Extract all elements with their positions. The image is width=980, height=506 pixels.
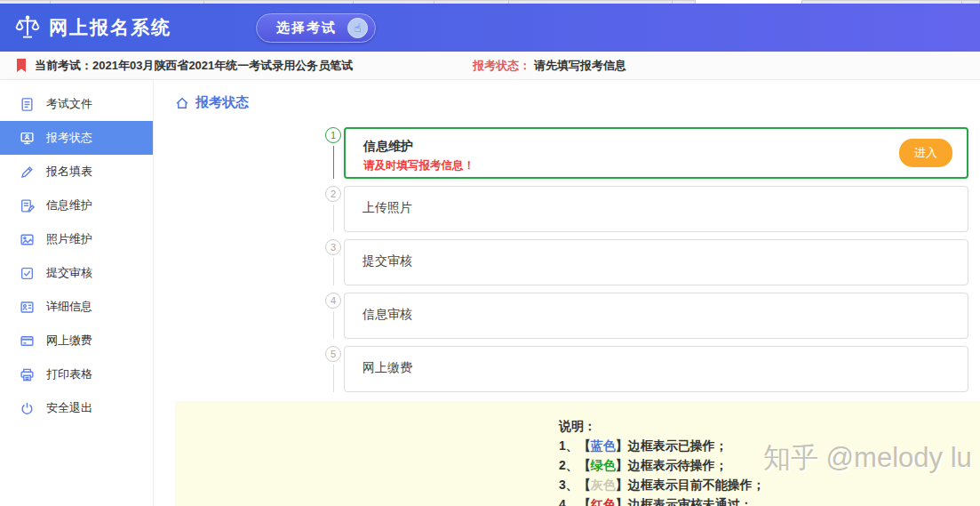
detail-info-icon — [20, 300, 35, 315]
tab-segment — [509, 0, 673, 4]
sidebar-item-detail-info[interactable]: 详细信息 — [0, 290, 153, 324]
step-marker: 2 — [323, 186, 344, 232]
sidebar-item-label: 信息维护 — [46, 197, 92, 213]
legend-line-green: 2、【绿色】边框表示待操作； — [559, 455, 980, 475]
sidebar-item-exam-files[interactable]: 考试文件 — [0, 87, 153, 121]
browser-tab-strip — [0, 0, 980, 4]
step-number: 2 — [325, 186, 341, 202]
tab-segment — [354, 0, 434, 4]
step-row-submit-review: 3 提交审核 — [323, 239, 980, 285]
step-card-online-pay: 网上缴费 — [344, 346, 968, 392]
exam-status-icon — [20, 131, 35, 146]
sidebar-item-label: 详细信息 — [46, 299, 92, 315]
step-title: 提交审核 — [363, 253, 412, 268]
step-card-upload-photo: 上传照片 — [344, 186, 968, 232]
scales-logo-icon — [14, 14, 41, 41]
main-content: 报考状态 1 信息维护 请及时填写报考信息！ 进入 2 — [154, 80, 980, 506]
step-number: 5 — [325, 346, 341, 362]
sidebar-item-label: 打印表格 — [46, 366, 92, 382]
current-exam-label: 当前考试： — [35, 58, 92, 74]
sidebar-item-photo-maintain[interactable]: 照片维护 — [0, 222, 153, 256]
legend-line-red: 4、【红色】边框表示审核未通过； — [559, 494, 980, 506]
step-marker: 5 — [323, 346, 344, 392]
page-title: 报考状态 — [175, 94, 980, 111]
submit-review-icon — [20, 266, 35, 281]
sidebar-item-online-pay[interactable]: 网上缴费 — [0, 324, 153, 357]
tab-segment — [204, 0, 354, 4]
step-card-info-maintain: 信息维护 请及时填写报考信息！ 进入 — [344, 127, 968, 179]
step-number: 1 — [325, 127, 341, 143]
step-title: 网上缴费 — [363, 360, 412, 374]
choose-exam-label: 选择考试 — [276, 20, 337, 36]
sidebar-item-label: 考试文件 — [46, 96, 92, 112]
step-connector — [333, 311, 334, 339]
tab-segment — [802, 0, 962, 4]
current-exam-value: 2021年03月陕西省2021年统一考试录用公务员笔试 — [92, 58, 353, 74]
app-title: 网上报名系统 — [49, 15, 171, 40]
tab-segment-active — [696, 0, 802, 4]
legend-word-blue: 蓝色 — [591, 438, 616, 453]
bookmark-icon — [16, 59, 27, 72]
step-subtitle: 请及时填写报考信息！ — [363, 158, 967, 173]
step-title: 信息审核 — [363, 307, 412, 321]
step-card-info-review: 信息审核 — [344, 293, 968, 339]
logout-icon — [20, 401, 35, 416]
legend-note: 说明： 1、【蓝色】边框表示已操作； 2、【绿色】边框表示待操作； 3、【灰色】… — [175, 401, 980, 506]
step-row-info-maintain: 1 信息维护 请及时填写报考信息！ 进入 — [323, 127, 980, 179]
fill-form-icon — [20, 165, 35, 180]
exam-file-icon — [20, 97, 35, 112]
home-icon — [175, 96, 189, 110]
app-header: 网上报名系统 选择考试 ☝ — [0, 4, 980, 52]
photo-maintain-icon — [20, 232, 35, 247]
legend-line-blue: 1、【蓝色】边框表示已操作； — [559, 436, 980, 455]
legend-word-green: 绿色 — [591, 458, 616, 472]
report-status-value: 请先填写报考信息 — [534, 59, 626, 72]
legend-word-red: 红色 — [591, 497, 616, 506]
step-number: 3 — [325, 239, 341, 255]
choose-exam-button[interactable]: 选择考试 ☝ — [256, 13, 376, 43]
step-connector — [333, 258, 334, 285]
sidebar-item-label: 提交审核 — [46, 265, 92, 281]
page-title-text: 报考状态 — [195, 94, 249, 111]
enter-button[interactable]: 进入 — [899, 139, 952, 167]
step-title: 信息维护 — [363, 139, 967, 155]
legend-heading: 说明： — [559, 416, 980, 436]
step-connector — [333, 146, 334, 179]
sidebar-item-print-form[interactable]: 打印表格 — [0, 357, 153, 391]
step-card-submit-review: 提交审核 — [344, 239, 968, 285]
sidebar-item-fill-form[interactable]: 报名填表 — [0, 155, 153, 189]
sidebar-item-label: 报名填表 — [46, 164, 92, 180]
hand-pointer-icon: ☝ — [347, 18, 368, 38]
sidebar-item-exam-status[interactable]: 报考状态 — [0, 121, 153, 155]
info-bar: 当前考试： 2021年03月陕西省2021年统一考试录用公务员笔试 报考状态： … — [0, 52, 980, 80]
info-maintain-icon — [20, 198, 35, 213]
step-connector — [333, 365, 334, 392]
tab-segment — [673, 0, 696, 4]
step-row-info-review: 4 信息审核 — [323, 293, 980, 339]
sidebar-item-label: 报考状态 — [46, 130, 92, 146]
status-steps: 1 信息维护 请及时填写报考信息！ 进入 2 上传照片 — [323, 127, 980, 392]
sidebar-item-logout[interactable]: 安全退出 — [0, 391, 153, 425]
step-row-online-pay: 5 网上缴费 — [323, 346, 980, 392]
sidebar-item-submit-review[interactable]: 提交审核 — [0, 256, 153, 290]
step-title: 上传照片 — [363, 200, 412, 214]
tab-segment — [51, 0, 204, 4]
legend-line-gray: 3、【灰色】边框表示目前不能操作； — [559, 475, 980, 494]
tab-segment — [0, 0, 51, 4]
step-connector — [333, 205, 334, 232]
tab-segment — [962, 0, 980, 4]
step-marker: 4 — [323, 293, 344, 339]
step-row-upload-photo: 2 上传照片 — [323, 186, 980, 232]
sidebar-item-label: 照片维护 — [46, 231, 92, 247]
legend-word-gray: 灰色 — [591, 478, 616, 492]
step-marker: 1 — [323, 127, 344, 179]
sidebar-item-label: 安全退出 — [46, 400, 92, 416]
report-status-group: 报考状态： 请先填写报考信息 — [473, 58, 626, 74]
sidebar-item-info-maintain[interactable]: 信息维护 — [0, 189, 153, 222]
sidebar-item-label: 网上缴费 — [46, 333, 92, 349]
sidebar: 考试文件 报考状态 报名填表 信息维护 照片维护 — [0, 80, 154, 506]
print-form-icon — [20, 367, 35, 382]
step-marker: 3 — [323, 239, 344, 285]
step-number: 4 — [325, 293, 341, 309]
online-pay-icon — [20, 333, 35, 349]
